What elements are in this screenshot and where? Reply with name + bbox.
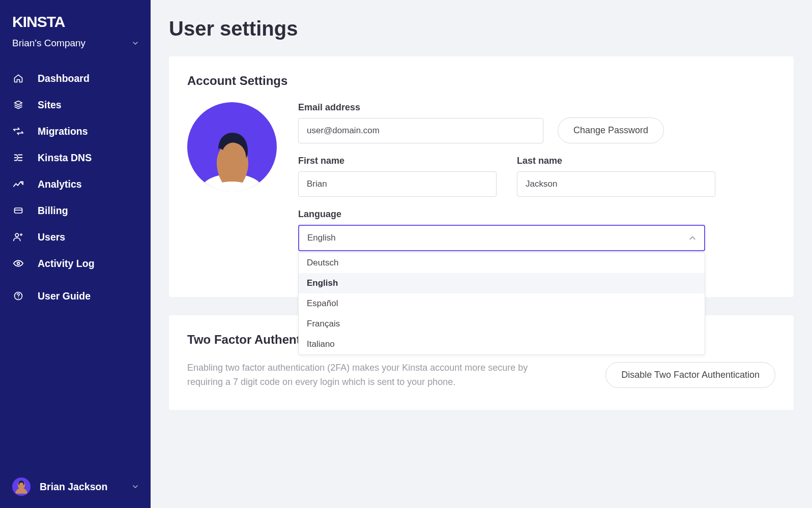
sidebar-item-label: Kinsta DNS xyxy=(38,152,92,164)
stack-icon xyxy=(12,99,24,111)
eye-icon xyxy=(12,257,24,270)
brand-logo: KINSTA xyxy=(12,13,138,31)
company-selector[interactable]: Brian's Company xyxy=(0,35,151,62)
sidebar-item-dns[interactable]: Kinsta DNS xyxy=(0,144,151,171)
account-settings-card: Account Settings Email address Ch xyxy=(169,56,794,297)
lastname-label: Last name xyxy=(517,156,715,166)
sidebar-item-label: Users xyxy=(38,231,65,243)
home-icon xyxy=(12,72,24,84)
sidebar-item-activity[interactable]: Activity Log xyxy=(0,250,151,277)
sidebar-item-analytics[interactable]: Analytics xyxy=(0,171,151,197)
avatar xyxy=(12,477,31,496)
language-option-italiano[interactable]: Italiano xyxy=(299,334,705,354)
users-icon xyxy=(12,231,24,243)
help-icon xyxy=(12,290,24,302)
chevron-up-icon xyxy=(689,234,696,242)
change-password-button[interactable]: Change Password xyxy=(558,117,664,143)
sidebar-item-migrations[interactable]: Migrations xyxy=(0,118,151,144)
primary-nav: Dashboard Sites Migrations Kinsta DNS An… xyxy=(0,62,151,309)
sidebar-item-users[interactable]: Users xyxy=(0,224,151,250)
migrate-icon xyxy=(12,125,24,137)
email-label: Email address xyxy=(298,102,543,113)
main-content: User settings Account Settings Email add… xyxy=(151,0,812,508)
sidebar-item-billing[interactable]: Billing xyxy=(0,197,151,224)
lastname-field[interactable] xyxy=(517,171,715,197)
dns-icon xyxy=(12,152,24,164)
language-selected-value: English xyxy=(307,233,336,243)
language-option-deutsch[interactable]: Deutsch xyxy=(299,253,705,273)
language-option-espanol[interactable]: Español xyxy=(299,293,705,314)
sidebar-item-label: Migrations xyxy=(38,126,88,137)
analytics-icon xyxy=(12,178,24,190)
sidebar-item-guide[interactable]: User Guide xyxy=(0,283,151,309)
language-option-english[interactable]: English xyxy=(299,273,705,293)
sidebar-item-dashboard[interactable]: Dashboard xyxy=(0,65,151,92)
language-option-francais[interactable]: Français xyxy=(299,314,705,334)
logo-area: KINSTA xyxy=(0,10,151,35)
chevron-down-icon xyxy=(132,484,138,490)
tfa-description: Enabling two factor authentication (2FA)… xyxy=(187,361,533,390)
disable-tfa-button[interactable]: Disable Two Factor Authentication xyxy=(605,362,775,388)
avatar-large[interactable] xyxy=(187,102,277,192)
sidebar-item-label: User Guide xyxy=(38,290,91,302)
user-menu[interactable]: Brian Jackson xyxy=(0,472,151,501)
sidebar-item-label: Analytics xyxy=(38,178,82,190)
footer-user-name: Brian Jackson xyxy=(40,481,107,493)
sidebar-item-sites[interactable]: Sites xyxy=(0,92,151,118)
language-label: Language xyxy=(298,209,705,220)
sidebar-item-label: Activity Log xyxy=(38,258,95,270)
sidebar-item-label: Dashboard xyxy=(38,73,90,84)
sidebar: KINSTA Brian's Company Dashboard Sites M… xyxy=(0,0,151,508)
svg-point-2 xyxy=(17,262,20,265)
firstname-label: First name xyxy=(298,156,497,166)
sidebar-item-label: Sites xyxy=(38,99,62,111)
account-heading: Account Settings xyxy=(187,74,775,88)
language-select[interactable]: English xyxy=(298,225,705,251)
email-field[interactable] xyxy=(298,118,543,143)
chevron-down-icon xyxy=(132,40,138,46)
company-name: Brian's Company xyxy=(12,38,85,49)
billing-icon xyxy=(12,204,24,217)
page-title: User settings xyxy=(169,17,794,40)
svg-point-1 xyxy=(15,233,18,236)
sidebar-item-label: Billing xyxy=(38,205,68,217)
firstname-field[interactable] xyxy=(298,171,497,197)
language-dropdown: Deutsch English Español Français Italian… xyxy=(298,252,705,355)
